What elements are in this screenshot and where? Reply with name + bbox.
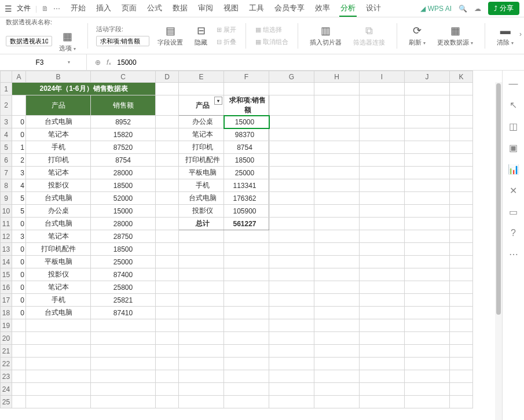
cell-A7[interactable]: 3 <box>12 167 26 179</box>
cell-A3[interactable]: 0 <box>12 116 26 128</box>
cancel-icon[interactable]: ⊕ <box>95 58 101 67</box>
cell-K17[interactable] <box>450 294 473 307</box>
cell-E14[interactable] <box>179 256 224 268</box>
cell-A24[interactable] <box>12 383 26 396</box>
cell-B16[interactable]: 笔记本 <box>26 281 91 294</box>
cell-A22[interactable] <box>12 358 26 370</box>
cell-J7[interactable] <box>405 167 450 179</box>
cell-H14[interactable] <box>314 256 360 268</box>
cell-J18[interactable] <box>405 307 450 319</box>
cell-E10[interactable]: 投影仪 <box>179 205 224 218</box>
row-header-6[interactable]: 6 <box>1 154 12 167</box>
row-header-16[interactable]: 16 <box>1 281 12 294</box>
name-box-dropdown-icon[interactable]: ▾ <box>68 60 70 65</box>
cell-J1[interactable] <box>405 83 450 95</box>
cell-A16[interactable]: 0 <box>12 281 26 294</box>
active-field-input[interactable] <box>96 36 149 46</box>
cell-H9[interactable] <box>314 192 360 205</box>
row-header-25[interactable]: 25 <box>1 396 12 408</box>
cell-H20[interactable] <box>314 332 360 345</box>
refresh-button[interactable]: ⟳刷新 ▾ <box>405 23 429 48</box>
options-button[interactable]: ▦选项 ▾ <box>56 29 79 54</box>
cell-J11[interactable] <box>405 218 450 230</box>
cell-B11[interactable]: 台式电脑 <box>26 218 91 230</box>
cell-E15[interactable] <box>179 268 224 281</box>
cell-E13[interactable] <box>179 243 224 256</box>
cell-K13[interactable] <box>450 243 473 256</box>
cell-I17[interactable] <box>360 294 405 307</box>
cell-K2[interactable] <box>450 95 473 116</box>
cell-G25[interactable] <box>269 396 314 408</box>
style-icon[interactable]: ◫ <box>509 121 518 132</box>
cell-H12[interactable] <box>314 230 360 243</box>
pivot-name-input[interactable] <box>6 36 52 46</box>
cloud-icon[interactable]: ☁ <box>474 5 481 13</box>
cell-D13[interactable] <box>156 243 179 256</box>
more-icon[interactable]: ⋯ <box>53 5 60 13</box>
cell-A18[interactable]: 0 <box>12 307 26 319</box>
cell-B4[interactable]: 笔记本 <box>26 128 91 141</box>
cell-B7[interactable]: 笔记本 <box>26 167 91 179</box>
cell-I16[interactable] <box>360 281 405 294</box>
cell-K6[interactable] <box>450 154 473 167</box>
cell-B20[interactable] <box>26 332 91 345</box>
cell-K11[interactable] <box>450 218 473 230</box>
cell-J5[interactable] <box>405 141 450 154</box>
cell-A2[interactable] <box>12 95 26 116</box>
fx-icon[interactable]: fₓ <box>107 58 111 67</box>
cell-B5[interactable]: 手机 <box>26 141 91 154</box>
col-header-K[interactable]: K <box>450 71 473 83</box>
cell-E2[interactable]: 产品▾ <box>179 95 224 116</box>
cell-F13[interactable] <box>224 243 269 256</box>
cell-G12[interactable] <box>269 230 314 243</box>
cell-E25[interactable] <box>179 396 224 408</box>
cell-J16[interactable] <box>405 281 450 294</box>
cell-D22[interactable] <box>156 358 179 370</box>
cell-J21[interactable] <box>405 345 450 358</box>
cell-F23[interactable] <box>224 370 269 383</box>
cell-A10[interactable]: 5 <box>12 205 26 218</box>
cell-D16[interactable] <box>156 281 179 294</box>
cell-E4[interactable]: 笔记本 <box>179 128 224 141</box>
chart-icon[interactable]: 📊 <box>508 164 519 175</box>
formula-input[interactable] <box>117 58 406 67</box>
cell-A11[interactable]: 0 <box>12 218 26 230</box>
menu-icon[interactable]: ☰ <box>5 4 12 13</box>
pivot-filter-icon[interactable]: ▾ <box>214 97 222 105</box>
change-source-button[interactable]: ▦更改数据源 ▾ <box>434 23 477 48</box>
layout-icon[interactable]: ▣ <box>509 142 518 153</box>
cell-B10[interactable]: 办公桌 <box>26 205 91 218</box>
cell-C20[interactable] <box>91 332 156 345</box>
cell-C24[interactable] <box>91 383 156 396</box>
cell-G22[interactable] <box>269 358 314 370</box>
cell-B8[interactable]: 投影仪 <box>26 179 91 192</box>
col-header-E[interactable]: E <box>179 71 224 83</box>
cell-H7[interactable] <box>314 167 360 179</box>
cell-A13[interactable]: 0 <box>12 243 26 256</box>
row-header-18[interactable]: 18 <box>1 307 12 319</box>
cell-F11[interactable]: 561227 <box>224 218 269 230</box>
book-icon[interactable]: ▭ <box>509 207 518 218</box>
cell-C3[interactable]: 8952 <box>91 116 156 128</box>
cell-A8[interactable]: 4 <box>12 179 26 192</box>
tab-分析[interactable]: 分析 <box>339 1 357 17</box>
cell-F18[interactable] <box>224 307 269 319</box>
cell-D3[interactable] <box>156 116 179 128</box>
cell-I10[interactable] <box>360 205 405 218</box>
cell-F14[interactable] <box>224 256 269 268</box>
cell-A4[interactable]: 0 <box>12 128 26 141</box>
tab-插入[interactable]: 插入 <box>95 1 112 17</box>
cell-K7[interactable] <box>450 167 473 179</box>
cell-A14[interactable]: 0 <box>12 256 26 268</box>
cell-J22[interactable] <box>405 358 450 370</box>
cell-B14[interactable]: 平板电脑 <box>26 256 91 268</box>
cell-I4[interactable] <box>360 128 405 141</box>
toolbar-expand-icon[interactable]: › <box>519 30 522 38</box>
col-header-G[interactable]: G <box>269 71 314 83</box>
cell-C7[interactable]: 28000 <box>91 167 156 179</box>
cell-I1[interactable] <box>360 83 405 95</box>
tab-视图[interactable]: 视图 <box>222 1 240 17</box>
cell-J13[interactable] <box>405 243 450 256</box>
cell-E21[interactable] <box>179 345 224 358</box>
cell-H4[interactable] <box>314 128 360 141</box>
